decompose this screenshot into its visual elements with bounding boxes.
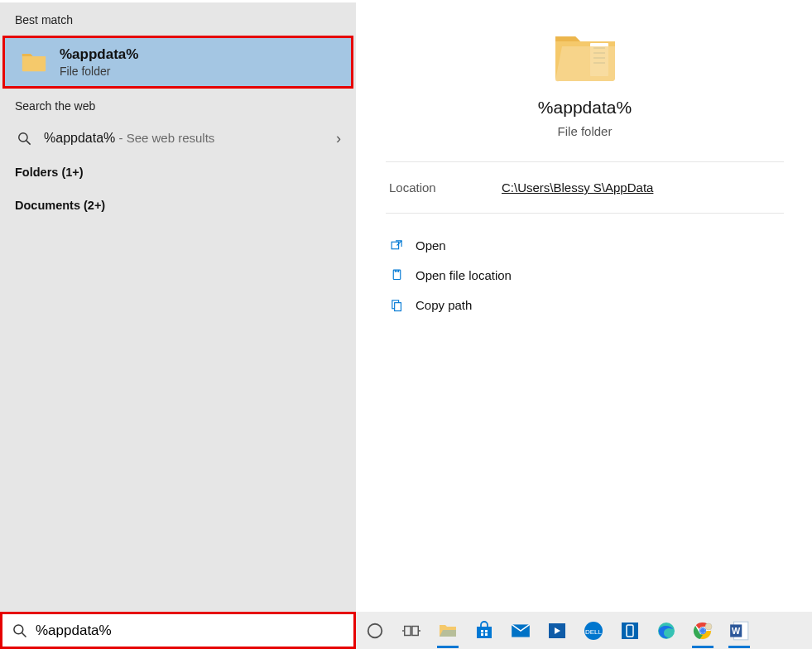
- svg-text:DELL: DELL: [585, 628, 603, 636]
- preview-panel: %appdata% File folder Location C:\Users\…: [358, 0, 812, 612]
- cortana-icon[interactable]: [363, 618, 387, 643]
- location-label: Location: [389, 180, 502, 195]
- search-box[interactable]: [0, 612, 356, 649]
- svg-line-12: [22, 632, 26, 637]
- location-path[interactable]: C:\Users\Blessy S\AppData: [502, 180, 653, 195]
- folder-icon-large: [552, 26, 618, 84]
- svg-rect-10: [394, 302, 401, 310]
- copy-path-icon: [389, 297, 404, 312]
- svg-point-11: [14, 624, 23, 633]
- dell-icon[interactable]: DELL: [581, 618, 606, 643]
- folder-icon: [20, 48, 48, 76]
- preview-subtitle: File folder: [558, 124, 613, 138]
- svg-rect-22: [485, 633, 488, 636]
- search-results-panel: Best match %appdata% File folder Search …: [0, 0, 356, 612]
- open-location-label: Open file location: [416, 268, 512, 282]
- taskbar: DELL W: [356, 612, 812, 649]
- svg-rect-18: [477, 627, 492, 638]
- open-icon: [389, 238, 404, 252]
- svg-rect-14: [405, 626, 411, 635]
- best-match-result[interactable]: %appdata% File folder: [2, 36, 353, 89]
- search-input[interactable]: [36, 623, 345, 639]
- search-icon: [11, 622, 29, 640]
- web-suffix: - See web results: [115, 131, 214, 145]
- open-label: Open: [416, 238, 446, 252]
- location-row: Location C:\Users\Blessy S\AppData: [386, 162, 784, 214]
- svg-rect-7: [392, 242, 399, 249]
- store-icon[interactable]: [472, 618, 497, 643]
- chrome-icon[interactable]: [690, 618, 715, 643]
- documents-category[interactable]: Documents (2+): [0, 190, 356, 221]
- svg-rect-21: [481, 633, 483, 636]
- open-file-location-action[interactable]: Open file location: [386, 262, 784, 288]
- copy-path-action[interactable]: Copy path: [386, 291, 784, 318]
- web-query: %appdata%: [44, 131, 115, 145]
- search-web-label: Search the web: [0, 89, 356, 122]
- word-icon[interactable]: W: [727, 618, 752, 643]
- open-action[interactable]: Open: [386, 232, 784, 258]
- open-location-icon: [389, 267, 404, 282]
- edge-icon[interactable]: [654, 618, 679, 643]
- your-phone-icon[interactable]: [617, 618, 642, 643]
- preview-title: %appdata%: [538, 98, 632, 118]
- copy-path-label: Copy path: [416, 298, 472, 312]
- task-view-icon[interactable]: [399, 618, 424, 643]
- search-icon: [15, 129, 33, 147]
- svg-rect-20: [485, 630, 488, 632]
- best-match-label: Best match: [0, 2, 356, 36]
- web-search-result[interactable]: %appdata% - See web results ›: [0, 122, 356, 155]
- folders-category[interactable]: Folders (1+): [0, 156, 356, 188]
- chevron-right-icon: ›: [336, 130, 341, 147]
- svg-rect-19: [481, 630, 483, 632]
- best-match-title: %appdata%: [60, 46, 138, 63]
- svg-rect-15: [412, 626, 418, 635]
- svg-point-35: [705, 623, 712, 630]
- svg-point-34: [700, 628, 705, 633]
- svg-text:W: W: [732, 626, 741, 636]
- svg-point-13: [368, 623, 382, 637]
- best-match-subtitle: File folder: [60, 65, 138, 78]
- movies-icon[interactable]: [545, 618, 569, 643]
- svg-point-0: [18, 132, 26, 141]
- best-match-text: %appdata% File folder: [60, 46, 138, 78]
- svg-line-1: [26, 140, 30, 144]
- mail-icon[interactable]: [508, 618, 533, 643]
- file-explorer-icon[interactable]: [435, 618, 460, 643]
